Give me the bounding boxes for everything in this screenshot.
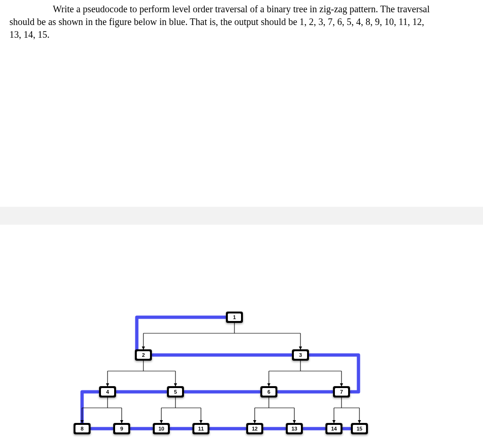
tree-node-3: 3 <box>292 349 309 361</box>
svg-text:8: 8 <box>81 426 83 431</box>
svg-text:7: 7 <box>340 389 343 395</box>
svg-text:6: 6 <box>267 389 270 395</box>
tree-node-4: 4 <box>99 386 116 397</box>
tree-node-12: 12 <box>246 423 263 434</box>
svg-text:3: 3 <box>299 352 302 358</box>
tree-node-6: 6 <box>260 386 277 397</box>
svg-text:2: 2 <box>142 352 145 358</box>
svg-text:14: 14 <box>331 426 337 431</box>
svg-text:4: 4 <box>106 389 109 395</box>
tree-node-9: 9 <box>113 423 130 434</box>
svg-text:1: 1 <box>233 314 236 320</box>
tree-node-10: 10 <box>153 423 170 434</box>
tree-node-11: 11 <box>192 423 209 434</box>
binary-tree-figure: 1 2 3 4 <box>0 302 483 448</box>
question-line-1: Write a pseudocode to perform level orde… <box>53 4 430 14</box>
question-line-3: 13, 14, 15. <box>9 29 50 40</box>
tree-node-7: 7 <box>333 386 350 397</box>
question-text: Write a pseudocode to perform level orde… <box>0 0 483 41</box>
svg-text:13: 13 <box>291 426 297 431</box>
tree-node-14: 14 <box>325 423 342 434</box>
question-line-2: should be as shown in the figure below i… <box>9 17 424 27</box>
grey-divider-band <box>0 207 483 225</box>
tree-node-1: 1 <box>226 312 243 323</box>
tree-edges <box>82 323 359 423</box>
tree-node-2: 2 <box>135 349 152 361</box>
svg-text:11: 11 <box>198 426 204 431</box>
tree-node-8: 8 <box>74 423 91 434</box>
svg-text:15: 15 <box>357 426 362 431</box>
tree-node-13: 13 <box>286 423 303 434</box>
zigzag-path <box>82 317 358 429</box>
svg-text:12: 12 <box>252 426 258 431</box>
svg-text:5: 5 <box>174 389 177 395</box>
tree-node-5: 5 <box>167 386 184 397</box>
svg-text:10: 10 <box>158 426 164 431</box>
tree-node-15: 15 <box>351 423 368 434</box>
svg-text:9: 9 <box>120 426 123 431</box>
